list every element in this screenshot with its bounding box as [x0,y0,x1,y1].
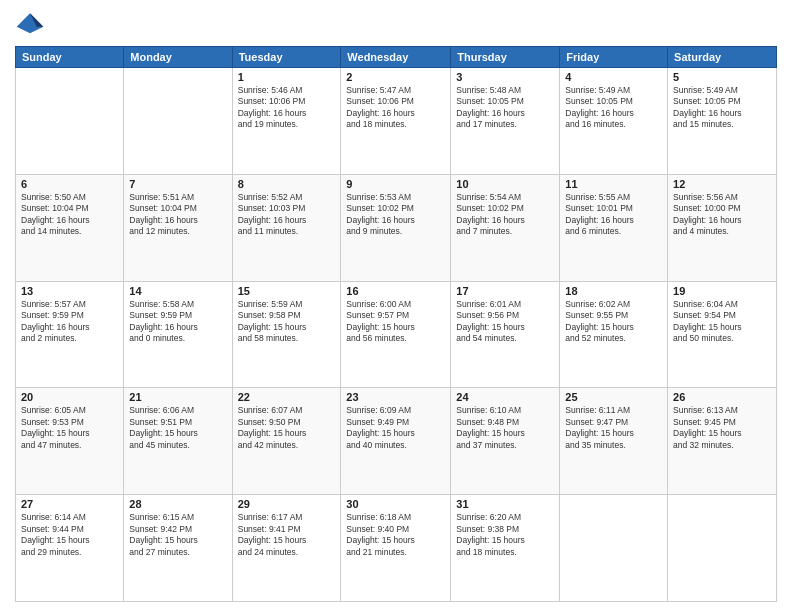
cell-content: Sunrise: 5:51 AM Sunset: 10:04 PM Daylig… [129,192,226,238]
calendar-cell: 14Sunrise: 5:58 AM Sunset: 9:59 PM Dayli… [124,281,232,388]
day-number: 18 [565,285,662,297]
cell-content: Sunrise: 5:49 AM Sunset: 10:05 PM Daylig… [673,85,771,131]
calendar-cell: 31Sunrise: 6:20 AM Sunset: 9:38 PM Dayli… [451,495,560,602]
calendar-cell: 20Sunrise: 6:05 AM Sunset: 9:53 PM Dayli… [16,388,124,495]
calendar-cell: 29Sunrise: 6:17 AM Sunset: 9:41 PM Dayli… [232,495,341,602]
calendar-cell: 9Sunrise: 5:53 AM Sunset: 10:02 PM Dayli… [341,174,451,281]
weekday-header-sunday: Sunday [16,47,124,68]
day-number: 8 [238,178,336,190]
calendar-cell: 27Sunrise: 6:14 AM Sunset: 9:44 PM Dayli… [16,495,124,602]
calendar-week-row-0: 1Sunrise: 5:46 AM Sunset: 10:06 PM Dayli… [16,68,777,175]
calendar-cell: 22Sunrise: 6:07 AM Sunset: 9:50 PM Dayli… [232,388,341,495]
day-number: 4 [565,71,662,83]
day-number: 10 [456,178,554,190]
cell-content: Sunrise: 5:53 AM Sunset: 10:02 PM Daylig… [346,192,445,238]
cell-content: Sunrise: 6:18 AM Sunset: 9:40 PM Dayligh… [346,512,445,558]
weekday-header-thursday: Thursday [451,47,560,68]
day-number: 2 [346,71,445,83]
calendar-cell [16,68,124,175]
calendar-week-row-3: 20Sunrise: 6:05 AM Sunset: 9:53 PM Dayli… [16,388,777,495]
weekday-header-wednesday: Wednesday [341,47,451,68]
calendar-cell: 15Sunrise: 5:59 AM Sunset: 9:58 PM Dayli… [232,281,341,388]
day-number: 7 [129,178,226,190]
calendar-week-row-1: 6Sunrise: 5:50 AM Sunset: 10:04 PM Dayli… [16,174,777,281]
calendar-week-row-2: 13Sunrise: 5:57 AM Sunset: 9:59 PM Dayli… [16,281,777,388]
day-number: 6 [21,178,118,190]
cell-content: Sunrise: 6:13 AM Sunset: 9:45 PM Dayligh… [673,405,771,451]
calendar-cell: 2Sunrise: 5:47 AM Sunset: 10:06 PM Dayli… [341,68,451,175]
cell-content: Sunrise: 6:05 AM Sunset: 9:53 PM Dayligh… [21,405,118,451]
cell-content: Sunrise: 5:57 AM Sunset: 9:59 PM Dayligh… [21,299,118,345]
day-number: 16 [346,285,445,297]
calendar-table: SundayMondayTuesdayWednesdayThursdayFrid… [15,46,777,602]
day-number: 14 [129,285,226,297]
calendar-cell: 13Sunrise: 5:57 AM Sunset: 9:59 PM Dayli… [16,281,124,388]
calendar-cell [124,68,232,175]
day-number: 29 [238,498,336,510]
cell-content: Sunrise: 6:10 AM Sunset: 9:48 PM Dayligh… [456,405,554,451]
calendar-cell: 4Sunrise: 5:49 AM Sunset: 10:05 PM Dayli… [560,68,668,175]
calendar-cell: 11Sunrise: 5:55 AM Sunset: 10:01 PM Dayl… [560,174,668,281]
calendar-cell: 1Sunrise: 5:46 AM Sunset: 10:06 PM Dayli… [232,68,341,175]
cell-content: Sunrise: 6:14 AM Sunset: 9:44 PM Dayligh… [21,512,118,558]
calendar-cell: 21Sunrise: 6:06 AM Sunset: 9:51 PM Dayli… [124,388,232,495]
day-number: 11 [565,178,662,190]
day-number: 20 [21,391,118,403]
calendar-cell: 7Sunrise: 5:51 AM Sunset: 10:04 PM Dayli… [124,174,232,281]
day-number: 9 [346,178,445,190]
cell-content: Sunrise: 6:06 AM Sunset: 9:51 PM Dayligh… [129,405,226,451]
cell-content: Sunrise: 6:20 AM Sunset: 9:38 PM Dayligh… [456,512,554,558]
day-number: 13 [21,285,118,297]
day-number: 27 [21,498,118,510]
weekday-header-friday: Friday [560,47,668,68]
calendar-cell: 26Sunrise: 6:13 AM Sunset: 9:45 PM Dayli… [668,388,777,495]
calendar-cell: 25Sunrise: 6:11 AM Sunset: 9:47 PM Dayli… [560,388,668,495]
cell-content: Sunrise: 5:59 AM Sunset: 9:58 PM Dayligh… [238,299,336,345]
page: SundayMondayTuesdayWednesdayThursdayFrid… [0,0,792,612]
cell-content: Sunrise: 5:52 AM Sunset: 10:03 PM Daylig… [238,192,336,238]
weekday-header-saturday: Saturday [668,47,777,68]
cell-content: Sunrise: 6:01 AM Sunset: 9:56 PM Dayligh… [456,299,554,345]
day-number: 12 [673,178,771,190]
cell-content: Sunrise: 5:54 AM Sunset: 10:02 PM Daylig… [456,192,554,238]
cell-content: Sunrise: 5:56 AM Sunset: 10:00 PM Daylig… [673,192,771,238]
calendar-cell: 18Sunrise: 6:02 AM Sunset: 9:55 PM Dayli… [560,281,668,388]
day-number: 5 [673,71,771,83]
cell-content: Sunrise: 5:47 AM Sunset: 10:06 PM Daylig… [346,85,445,131]
weekday-header-row: SundayMondayTuesdayWednesdayThursdayFrid… [16,47,777,68]
day-number: 31 [456,498,554,510]
calendar-cell: 16Sunrise: 6:00 AM Sunset: 9:57 PM Dayli… [341,281,451,388]
calendar-cell: 24Sunrise: 6:10 AM Sunset: 9:48 PM Dayli… [451,388,560,495]
cell-content: Sunrise: 6:02 AM Sunset: 9:55 PM Dayligh… [565,299,662,345]
day-number: 17 [456,285,554,297]
calendar-cell: 30Sunrise: 6:18 AM Sunset: 9:40 PM Dayli… [341,495,451,602]
cell-content: Sunrise: 6:11 AM Sunset: 9:47 PM Dayligh… [565,405,662,451]
day-number: 15 [238,285,336,297]
calendar-cell [668,495,777,602]
logo [15,10,49,40]
weekday-header-tuesday: Tuesday [232,47,341,68]
cell-content: Sunrise: 5:55 AM Sunset: 10:01 PM Daylig… [565,192,662,238]
logo-icon [15,10,45,40]
cell-content: Sunrise: 6:00 AM Sunset: 9:57 PM Dayligh… [346,299,445,345]
day-number: 26 [673,391,771,403]
cell-content: Sunrise: 5:50 AM Sunset: 10:04 PM Daylig… [21,192,118,238]
calendar-cell: 5Sunrise: 5:49 AM Sunset: 10:05 PM Dayli… [668,68,777,175]
calendar-cell: 28Sunrise: 6:15 AM Sunset: 9:42 PM Dayli… [124,495,232,602]
calendar-cell: 6Sunrise: 5:50 AM Sunset: 10:04 PM Dayli… [16,174,124,281]
day-number: 22 [238,391,336,403]
cell-content: Sunrise: 6:15 AM Sunset: 9:42 PM Dayligh… [129,512,226,558]
cell-content: Sunrise: 6:09 AM Sunset: 9:49 PM Dayligh… [346,405,445,451]
day-number: 28 [129,498,226,510]
day-number: 1 [238,71,336,83]
cell-content: Sunrise: 6:07 AM Sunset: 9:50 PM Dayligh… [238,405,336,451]
cell-content: Sunrise: 5:49 AM Sunset: 10:05 PM Daylig… [565,85,662,131]
cell-content: Sunrise: 6:04 AM Sunset: 9:54 PM Dayligh… [673,299,771,345]
calendar-cell: 19Sunrise: 6:04 AM Sunset: 9:54 PM Dayli… [668,281,777,388]
calendar-cell: 17Sunrise: 6:01 AM Sunset: 9:56 PM Dayli… [451,281,560,388]
header [15,10,777,40]
day-number: 25 [565,391,662,403]
day-number: 3 [456,71,554,83]
day-number: 23 [346,391,445,403]
calendar-cell: 3Sunrise: 5:48 AM Sunset: 10:05 PM Dayli… [451,68,560,175]
